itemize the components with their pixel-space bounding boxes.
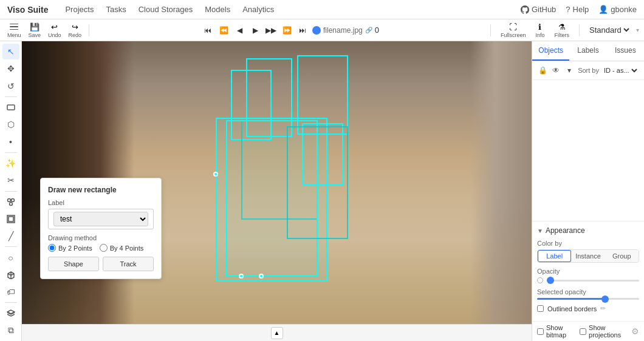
radio-2pts-input[interactable]: [48, 244, 56, 252]
label-select-wrapper[interactable]: test: [48, 209, 154, 229]
app-brand: Viso Suite: [7, 5, 48, 15]
help-link[interactable]: ? Help: [566, 5, 589, 14]
opacity-label: Opacity: [537, 268, 639, 275]
outlined-borders-checkbox[interactable]: [537, 305, 544, 312]
playback-controls: ⏮ ⏪ ◀ ▶ ▶▶ ⏩ ⏭ filename.jpg 🔗 0: [94, 23, 485, 38]
radio-4pts[interactable]: By 4 Points: [100, 244, 144, 252]
redo-button[interactable]: ↪ Redo: [66, 21, 84, 39]
line-tool[interactable]: ╱: [2, 228, 19, 244]
point-tool[interactable]: •: [2, 134, 19, 150]
next-next-button[interactable]: ⏩: [279, 23, 294, 38]
tab-issues[interactable]: Issues: [607, 41, 644, 61]
info-button[interactable]: ℹ Info: [533, 21, 547, 39]
prev-button[interactable]: ◀: [232, 23, 247, 38]
skip-start-button[interactable]: ⏮: [200, 23, 215, 38]
selected-opacity-slider[interactable]: [537, 298, 639, 300]
next-button[interactable]: ▶▶: [264, 23, 278, 38]
skip-end-button[interactable]: ⏭: [295, 23, 310, 38]
track-button[interactable]: Track: [103, 257, 154, 271]
lock-icon[interactable]: 🔒: [537, 65, 548, 76]
panel-settings-icon[interactable]: ⚙: [631, 326, 639, 336]
shape-button[interactable]: Shape: [48, 257, 99, 271]
tag-tool[interactable]: 🏷: [2, 284, 19, 300]
frame-icon: [7, 215, 15, 223]
view-select[interactable]: Standard: [587, 25, 631, 35]
color-by-instance-btn[interactable]: Instance: [571, 250, 605, 262]
filters-button[interactable]: ⚗ Filters: [552, 21, 572, 39]
move-tool[interactable]: ✥: [2, 61, 19, 76]
undo-button[interactable]: ↩ Undo: [46, 21, 64, 39]
github-link[interactable]: GitHub: [521, 5, 556, 14]
toolbar-divider-2: [490, 24, 491, 36]
circle-tool[interactable]: ○: [2, 249, 19, 265]
eye-icon[interactable]: 👁: [550, 65, 561, 76]
cursor-tool[interactable]: ↖: [2, 44, 19, 59]
user-menu[interactable]: 👤 gbonke: [598, 5, 637, 14]
frame-indicator[interactable]: [312, 26, 321, 35]
filters-label: Filters: [555, 32, 570, 38]
split-tool[interactable]: ✂: [2, 172, 19, 188]
expand-canvas-button[interactable]: ▲: [271, 327, 283, 339]
copy-tool[interactable]: ⧉: [2, 323, 19, 339]
save-button[interactable]: 💾 Save: [26, 21, 44, 39]
rect-icon: [7, 103, 15, 112]
show-projections-checkbox[interactable]: [580, 328, 586, 335]
nav-cloud-storages[interactable]: Cloud Storages: [139, 2, 193, 16]
sidebar-separator-3: [5, 191, 17, 192]
canvas-container[interactable]: Draw new rectangle Label test Drawing me…: [22, 41, 532, 324]
magic-tool[interactable]: ✨: [2, 155, 19, 171]
filename-text: filename.jpg: [323, 26, 363, 35]
sidebar-separator-2: [5, 152, 17, 153]
outlined-borders-checkbox-row[interactable]: Outlined borders ✏: [537, 305, 639, 312]
nav-tasks[interactable]: Tasks: [106, 2, 126, 16]
appearance-section: ▼ Appearance Color by Label Instance Gro…: [532, 221, 644, 321]
handle-bottom-right[interactable]: [259, 274, 264, 279]
chevron-down-icon[interactable]: ▾: [564, 65, 575, 76]
fullscreen-button[interactable]: ⛶ Fullscreen: [498, 21, 529, 39]
prev-prev-button[interactable]: ⏪: [216, 23, 231, 38]
tab-labels[interactable]: Labels: [569, 41, 606, 61]
selected-opacity-thumb[interactable]: [601, 295, 609, 303]
link-icon: 🔗: [365, 27, 372, 33]
show-bitmap-checkbox[interactable]: [537, 328, 544, 335]
nav-analytics[interactable]: Analytics: [242, 2, 274, 16]
radio-2pts-label: By 2 Points: [58, 245, 92, 252]
opacity-slider[interactable]: [547, 280, 639, 282]
menu-label: Menu: [7, 32, 21, 38]
objects-list[interactable]: [532, 80, 644, 221]
sort-area: Sort by ID - as...: [578, 66, 639, 75]
top-right-actions: GitHub ? Help 👤 gbonke: [521, 5, 637, 14]
show-projections-checkbox-row[interactable]: Show projections: [580, 324, 624, 339]
nav-models[interactable]: Models: [205, 2, 230, 16]
opacity-slider-wrapper: [537, 277, 639, 283]
canvas-wrapper: Draw new rectangle Label test Drawing me…: [22, 41, 532, 341]
handle-bottom-left[interactable]: [239, 274, 244, 279]
show-bitmap-checkbox-row[interactable]: Show bitmap: [537, 324, 572, 339]
handle-left[interactable]: [213, 172, 218, 177]
color-by-label-btn[interactable]: Label: [538, 250, 571, 262]
nav-projects[interactable]: Projects: [65, 2, 94, 16]
sort-select[interactable]: ID - as...: [601, 66, 639, 75]
appearance-chevron: ▼: [537, 228, 543, 234]
polygon-tool[interactable]: ⬡: [2, 116, 19, 132]
label-select[interactable]: test: [53, 212, 148, 226]
save-label: Save: [29, 32, 41, 38]
opacity-thumb[interactable]: [547, 277, 554, 284]
radio-2pts[interactable]: By 2 Points: [48, 244, 92, 252]
frame-tool[interactable]: [2, 211, 19, 227]
menu-button[interactable]: Menu: [5, 21, 24, 40]
group-tool[interactable]: [2, 194, 19, 209]
layer-tool[interactable]: [2, 305, 19, 321]
cube-tool[interactable]: [2, 267, 19, 283]
tab-objects[interactable]: Objects: [532, 41, 569, 61]
play-button[interactable]: ▶: [248, 23, 262, 38]
appearance-header[interactable]: ▼ Appearance: [537, 226, 639, 235]
annotation-canvas[interactable]: Draw new rectangle Label test Drawing me…: [22, 41, 532, 324]
radio-4pts-input[interactable]: [100, 244, 108, 252]
rect-tool[interactable]: [2, 100, 19, 115]
github-icon: [521, 5, 529, 14]
color-by-group-btn[interactable]: Group: [605, 250, 639, 262]
sidebar-separator-5: [5, 302, 17, 303]
outlined-borders-edit-icon[interactable]: ✏: [600, 305, 606, 312]
rotate-tool[interactable]: ↺: [2, 78, 19, 94]
